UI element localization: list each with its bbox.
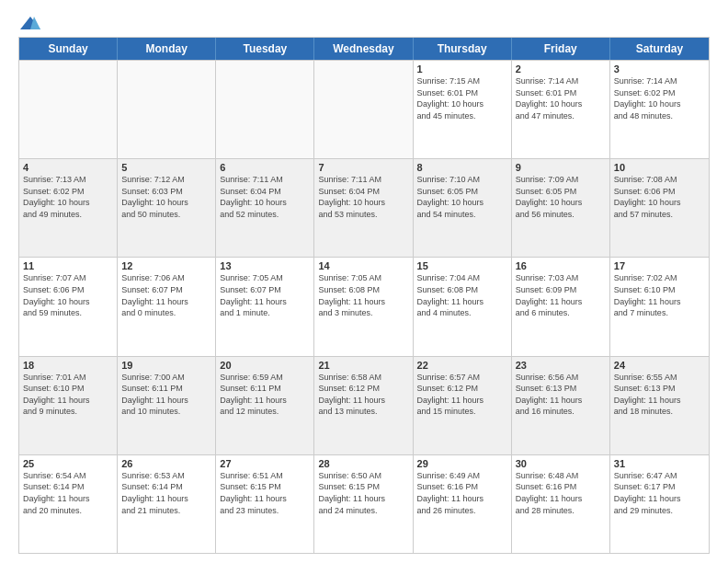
- cal-cell-22: 22Sunrise: 6:57 AM Sunset: 6:12 PM Dayli…: [414, 357, 512, 454]
- day-number: 5: [121, 162, 211, 173]
- cal-row-2: 11Sunrise: 7:07 AM Sunset: 6:06 PM Dayli…: [19, 257, 709, 355]
- day-number: 26: [121, 458, 211, 469]
- cal-cell-2: 2Sunrise: 7:14 AM Sunset: 6:01 PM Daylig…: [512, 61, 610, 158]
- day-number: 29: [417, 458, 507, 469]
- day-info: Sunrise: 7:04 AM Sunset: 6:08 PM Dayligh…: [417, 272, 507, 318]
- day-info: Sunrise: 7:05 AM Sunset: 6:07 PM Dayligh…: [220, 272, 310, 318]
- calendar: SundayMondayTuesdayWednesdayThursdayFrid…: [18, 37, 710, 554]
- day-number: 17: [614, 260, 705, 271]
- day-info: Sunrise: 6:48 AM Sunset: 6:16 PM Dayligh…: [516, 470, 606, 516]
- logo: [18, 15, 40, 31]
- cal-cell-27: 27Sunrise: 6:51 AM Sunset: 6:15 PM Dayli…: [216, 455, 314, 553]
- day-info: Sunrise: 7:03 AM Sunset: 6:09 PM Dayligh…: [516, 272, 606, 318]
- day-number: 21: [318, 360, 408, 371]
- cal-header-sunday: Sunday: [19, 38, 118, 60]
- day-info: Sunrise: 6:51 AM Sunset: 6:15 PM Dayligh…: [220, 470, 310, 516]
- cal-header-friday: Friday: [512, 38, 610, 60]
- day-info: Sunrise: 6:57 AM Sunset: 6:12 PM Dayligh…: [417, 372, 507, 418]
- day-info: Sunrise: 6:49 AM Sunset: 6:16 PM Dayligh…: [417, 470, 507, 516]
- cal-row-3: 18Sunrise: 7:01 AM Sunset: 6:10 PM Dayli…: [19, 356, 709, 454]
- cal-cell-12: 12Sunrise: 7:06 AM Sunset: 6:07 PM Dayli…: [118, 258, 216, 355]
- cal-cell-empty-0-2: [216, 61, 314, 158]
- calendar-body: 1Sunrise: 7:15 AM Sunset: 6:01 PM Daylig…: [19, 60, 709, 553]
- cal-header-monday: Monday: [118, 38, 216, 60]
- cal-cell-17: 17Sunrise: 7:02 AM Sunset: 6:10 PM Dayli…: [610, 258, 709, 355]
- cal-cell-15: 15Sunrise: 7:04 AM Sunset: 6:08 PM Dayli…: [414, 258, 512, 355]
- day-info: Sunrise: 7:06 AM Sunset: 6:07 PM Dayligh…: [121, 272, 211, 318]
- day-number: 27: [220, 458, 310, 469]
- cal-cell-18: 18Sunrise: 7:01 AM Sunset: 6:10 PM Dayli…: [19, 357, 118, 454]
- cal-cell-13: 13Sunrise: 7:05 AM Sunset: 6:07 PM Dayli…: [216, 258, 314, 355]
- day-info: Sunrise: 7:11 AM Sunset: 6:04 PM Dayligh…: [220, 174, 310, 220]
- calendar-header: SundayMondayTuesdayWednesdayThursdayFrid…: [19, 38, 709, 60]
- cal-cell-29: 29Sunrise: 6:49 AM Sunset: 6:16 PM Dayli…: [414, 455, 512, 553]
- day-number: 18: [23, 360, 113, 371]
- cal-cell-empty-0-3: [314, 61, 413, 158]
- cal-cell-24: 24Sunrise: 6:55 AM Sunset: 6:13 PM Dayli…: [610, 357, 709, 454]
- day-number: 1: [417, 63, 507, 75]
- day-number: 16: [516, 260, 606, 271]
- cal-cell-20: 20Sunrise: 6:59 AM Sunset: 6:11 PM Dayli…: [216, 357, 314, 454]
- cal-header-thursday: Thursday: [414, 38, 512, 60]
- cal-cell-5: 5Sunrise: 7:12 AM Sunset: 6:03 PM Daylig…: [118, 159, 216, 257]
- cal-header-wednesday: Wednesday: [314, 38, 413, 60]
- day-number: 30: [516, 458, 606, 469]
- day-number: 24: [614, 360, 705, 371]
- cal-header-tuesday: Tuesday: [216, 38, 314, 60]
- day-info: Sunrise: 6:59 AM Sunset: 6:11 PM Dayligh…: [220, 372, 310, 418]
- day-info: Sunrise: 6:50 AM Sunset: 6:15 PM Dayligh…: [318, 470, 408, 516]
- day-info: Sunrise: 7:13 AM Sunset: 6:02 PM Dayligh…: [23, 174, 113, 220]
- day-info: Sunrise: 7:09 AM Sunset: 6:05 PM Dayligh…: [516, 174, 606, 220]
- day-info: Sunrise: 6:54 AM Sunset: 6:14 PM Dayligh…: [23, 470, 113, 516]
- cal-cell-10: 10Sunrise: 7:08 AM Sunset: 6:06 PM Dayli…: [610, 159, 709, 257]
- day-info: Sunrise: 7:12 AM Sunset: 6:03 PM Dayligh…: [121, 174, 211, 220]
- day-info: Sunrise: 6:47 AM Sunset: 6:17 PM Dayligh…: [614, 470, 705, 516]
- day-number: 31: [614, 458, 705, 469]
- cal-row-1: 4Sunrise: 7:13 AM Sunset: 6:02 PM Daylig…: [19, 158, 709, 257]
- day-info: Sunrise: 6:53 AM Sunset: 6:14 PM Dayligh…: [121, 470, 211, 516]
- day-info: Sunrise: 6:56 AM Sunset: 6:13 PM Dayligh…: [516, 372, 606, 418]
- day-number: 14: [318, 260, 408, 271]
- cal-cell-25: 25Sunrise: 6:54 AM Sunset: 6:14 PM Dayli…: [19, 455, 118, 553]
- cal-header-saturday: Saturday: [610, 38, 709, 60]
- cal-row-0: 1Sunrise: 7:15 AM Sunset: 6:01 PM Daylig…: [19, 60, 709, 158]
- day-info: Sunrise: 7:02 AM Sunset: 6:10 PM Dayligh…: [614, 272, 705, 318]
- day-number: 25: [23, 458, 113, 469]
- day-number: 9: [516, 162, 606, 173]
- cal-cell-28: 28Sunrise: 6:50 AM Sunset: 6:15 PM Dayli…: [314, 455, 413, 553]
- cal-cell-19: 19Sunrise: 7:00 AM Sunset: 6:11 PM Dayli…: [118, 357, 216, 454]
- header: [18, 15, 710, 31]
- day-number: 10: [614, 162, 705, 173]
- day-number: 20: [220, 360, 310, 371]
- day-info: Sunrise: 7:01 AM Sunset: 6:10 PM Dayligh…: [23, 372, 113, 418]
- day-number: 3: [614, 63, 705, 75]
- day-info: Sunrise: 7:10 AM Sunset: 6:05 PM Dayligh…: [417, 174, 507, 220]
- day-number: 12: [121, 260, 211, 271]
- cal-cell-8: 8Sunrise: 7:10 AM Sunset: 6:05 PM Daylig…: [414, 159, 512, 257]
- day-info: Sunrise: 7:05 AM Sunset: 6:08 PM Dayligh…: [318, 272, 408, 318]
- day-number: 8: [417, 162, 507, 173]
- cal-cell-21: 21Sunrise: 6:58 AM Sunset: 6:12 PM Dayli…: [314, 357, 413, 454]
- cal-cell-empty-0-1: [118, 61, 216, 158]
- day-number: 13: [220, 260, 310, 271]
- cal-cell-6: 6Sunrise: 7:11 AM Sunset: 6:04 PM Daylig…: [216, 159, 314, 257]
- cal-cell-7: 7Sunrise: 7:11 AM Sunset: 6:04 PM Daylig…: [314, 159, 413, 257]
- day-number: 19: [121, 360, 211, 371]
- day-number: 2: [516, 63, 606, 75]
- cal-cell-11: 11Sunrise: 7:07 AM Sunset: 6:06 PM Dayli…: [19, 258, 118, 355]
- day-number: 28: [318, 458, 408, 469]
- cal-cell-14: 14Sunrise: 7:05 AM Sunset: 6:08 PM Dayli…: [314, 258, 413, 355]
- day-number: 23: [516, 360, 606, 371]
- day-info: Sunrise: 7:08 AM Sunset: 6:06 PM Dayligh…: [614, 174, 705, 220]
- day-info: Sunrise: 6:58 AM Sunset: 6:12 PM Dayligh…: [318, 372, 408, 418]
- logo-icon: [20, 15, 40, 31]
- day-number: 11: [23, 260, 113, 271]
- cal-cell-26: 26Sunrise: 6:53 AM Sunset: 6:14 PM Dayli…: [118, 455, 216, 553]
- cal-cell-23: 23Sunrise: 6:56 AM Sunset: 6:13 PM Dayli…: [512, 357, 610, 454]
- day-number: 7: [318, 162, 408, 173]
- day-info: Sunrise: 7:15 AM Sunset: 6:01 PM Dayligh…: [417, 75, 507, 121]
- day-info: Sunrise: 7:00 AM Sunset: 6:11 PM Dayligh…: [121, 372, 211, 418]
- day-number: 22: [417, 360, 507, 371]
- cal-cell-3: 3Sunrise: 7:14 AM Sunset: 6:02 PM Daylig…: [610, 61, 709, 158]
- cal-cell-4: 4Sunrise: 7:13 AM Sunset: 6:02 PM Daylig…: [19, 159, 118, 257]
